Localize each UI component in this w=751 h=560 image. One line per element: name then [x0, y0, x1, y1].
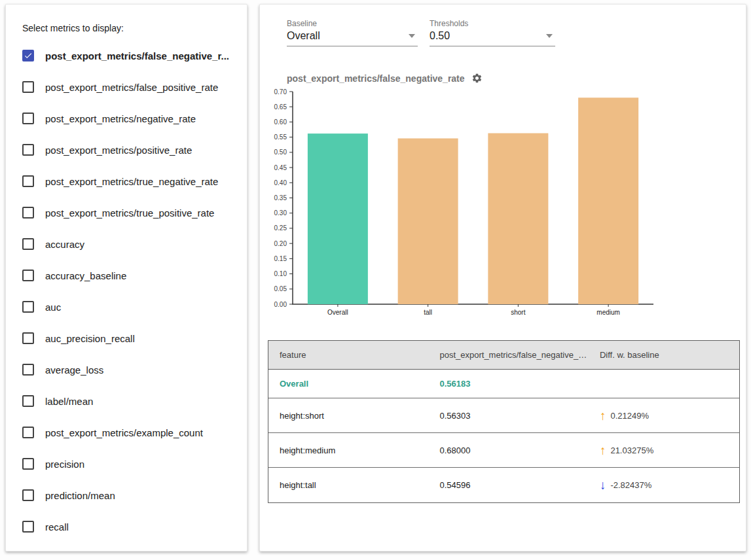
diff-cell: ↑ ↓ 0.21249%: [589, 410, 739, 422]
arrow-down-icon: ↓: [600, 479, 606, 491]
column-header-diff: Diff. w. baseline: [589, 350, 739, 360]
checkbox-icon[interactable]: [22, 144, 34, 156]
metric-label: post_export_metrics/false_negative_r...: [45, 50, 229, 61]
metric-value-cell: 0.56303: [428, 411, 588, 421]
svg-text:Overall: Overall: [327, 309, 348, 316]
checkbox-icon[interactable]: [22, 81, 34, 93]
checkbox-icon[interactable]: [22, 50, 34, 61]
svg-text:0.55: 0.55: [274, 133, 287, 141]
checkbox-icon[interactable]: [22, 395, 34, 407]
metric-label: post_export_metrics/positive_rate: [45, 145, 192, 156]
svg-text:0.35: 0.35: [274, 194, 287, 201]
diff-cell: ↑ ↓ 21.03275%: [589, 444, 739, 457]
checkbox-icon[interactable]: [22, 521, 34, 533]
diff-value: -2.82437%: [610, 480, 651, 490]
metric-checkbox-item[interactable]: accuracy_baseline: [22, 260, 247, 291]
checkbox-icon[interactable]: [22, 427, 34, 438]
metric-checkbox-item[interactable]: precision: [22, 448, 247, 480]
chart-header: post_export_metrics/false_negative_rate: [287, 73, 746, 84]
checkbox-icon[interactable]: [22, 175, 34, 187]
checkbox-icon[interactable]: [22, 458, 34, 470]
checkbox-icon[interactable]: [22, 332, 34, 344]
metric-label: prediction/mean: [45, 490, 115, 501]
metric-checkbox-item[interactable]: recall: [22, 511, 247, 542]
table-body: Overall 0.56183 ↑ ↓ height:short 0.56303…: [268, 370, 739, 502]
diff-value: 21.03275%: [610, 446, 653, 455]
bar-chart: 0.000.050.100.150.200.250.300.350.400.45…: [268, 86, 661, 319]
metric-label: post_export_metrics/true_negative_rate: [45, 176, 218, 187]
thresholds-select-label: Thresholds: [430, 19, 555, 28]
metric-checkbox-item[interactable]: average_loss: [22, 354, 247, 385]
baseline-select-label: Baseline: [287, 19, 418, 28]
metric-value-cell: 0.68000: [428, 446, 588, 455]
metric-checkbox-item[interactable]: label/mean: [22, 385, 247, 417]
checkbox-icon[interactable]: [22, 270, 34, 281]
metric-checkbox-item[interactable]: post_export_metrics/true_negative_rate: [22, 166, 247, 197]
svg-text:medium: medium: [596, 309, 620, 316]
svg-text:0.50: 0.50: [274, 149, 287, 156]
svg-text:0.60: 0.60: [274, 118, 287, 126]
svg-text:0.45: 0.45: [274, 164, 287, 171]
thresholds-select-value: 0.50: [430, 30, 450, 42]
table-row: Overall 0.56183 ↑ ↓: [268, 370, 739, 398]
metrics-table: feature post_export_metrics/false_negati…: [268, 340, 740, 503]
svg-text:0.20: 0.20: [274, 240, 287, 247]
metric-label: post_export_metrics/false_positive_rate: [45, 82, 218, 93]
metric-label: post_export_metrics/true_positive_rate: [45, 207, 214, 219]
metric-checkbox-item[interactable]: auc_precision_recall: [22, 323, 247, 354]
column-header-feature: feature: [268, 350, 428, 360]
metric-checkbox-item[interactable]: post_export_metrics/true_positive_rate: [22, 197, 247, 228]
metric-label: precision: [45, 459, 84, 470]
gear-icon[interactable]: [471, 73, 483, 84]
diff-value: 0.21249%: [610, 411, 649, 421]
feature-cell: height:tall: [268, 480, 428, 490]
baseline-select[interactable]: Baseline Overall: [287, 19, 418, 46]
chevron-down-icon: [546, 34, 553, 38]
feature-cell: height:short: [268, 411, 428, 421]
metric-checkbox-item[interactable]: post_export_metrics/false_positive_rate: [22, 71, 247, 103]
metric-checkbox-item[interactable]: auc: [22, 291, 247, 323]
thresholds-select[interactable]: Thresholds 0.50: [430, 19, 555, 46]
checkbox-icon[interactable]: [22, 489, 34, 501]
table-header-row: feature post_export_metrics/false_negati…: [268, 341, 739, 370]
chart-title: post_export_metrics/false_negative_rate: [287, 73, 465, 84]
metric-checkbox-item[interactable]: accuracy: [22, 228, 247, 260]
diff-cell: ↑ ↓ -2.82437%: [589, 479, 739, 491]
metric-label: recall: [45, 521, 69, 533]
table-row: height:medium 0.68000 ↑ ↓ 21.03275%: [268, 433, 739, 468]
metric-checkbox-item[interactable]: post_export_metrics/negative_rate: [22, 103, 247, 134]
table-row: height:tall 0.54596 ↑ ↓ -2.82437%: [268, 468, 739, 502]
checkbox-icon[interactable]: [22, 364, 34, 376]
metric-label: label/mean: [45, 396, 93, 407]
metrics-panel: Baseline Overall Thresholds 0.50 post_ex…: [259, 4, 746, 551]
metric-label: auc: [45, 302, 61, 313]
arrow-up-icon: ↑: [600, 410, 606, 422]
feature-cell: height:medium: [268, 446, 428, 455]
metric-checkbox-item[interactable]: post_export_metrics/positive_rate: [22, 134, 247, 166]
checkbox-icon[interactable]: [22, 113, 34, 124]
metric-checkbox-item[interactable]: post_export_metrics/example_count: [22, 417, 247, 448]
arrow-up-icon: ↑: [600, 444, 606, 457]
checkbox-icon[interactable]: [22, 238, 34, 250]
metric-label: auc_precision_recall: [45, 333, 135, 344]
svg-text:0.10: 0.10: [274, 270, 287, 277]
table-row: height:short 0.56303 ↑ ↓ 0.21249%: [268, 398, 739, 433]
controls-bar: Baseline Overall Thresholds 0.50: [260, 5, 746, 46]
baseline-select-value: Overall: [287, 30, 320, 42]
svg-text:0.25: 0.25: [274, 224, 287, 232]
svg-text:tall: tall: [424, 309, 432, 316]
page: Select metrics to display: post_export_m…: [0, 0, 751, 560]
svg-text:0.05: 0.05: [274, 285, 287, 292]
svg-text:0.70: 0.70: [274, 88, 287, 96]
checkbox-icon[interactable]: [22, 207, 34, 219]
metric-checkbox-item[interactable]: prediction/mean: [22, 480, 247, 511]
svg-text:0.65: 0.65: [274, 103, 287, 111]
svg-text:0.00: 0.00: [274, 301, 287, 308]
svg-text:0.15: 0.15: [274, 255, 287, 262]
svg-text:short: short: [511, 309, 525, 316]
metric-checkbox-item[interactable]: post_export_metrics/false_negative_r...: [22, 40, 247, 71]
metric-label: post_export_metrics/example_count: [45, 427, 203, 438]
svg-text:0.30: 0.30: [274, 209, 287, 217]
chevron-down-icon: [409, 34, 415, 38]
checkbox-icon[interactable]: [22, 301, 34, 313]
